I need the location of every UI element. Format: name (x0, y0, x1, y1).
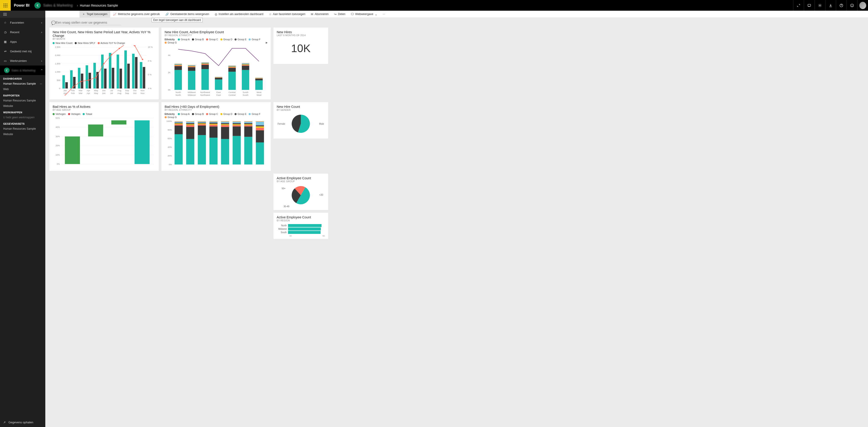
more-icon[interactable]: ··· (40, 82, 42, 85)
svg-rect-223 (256, 142, 264, 164)
sidebar: ☆ Favorieten › ◷ Recent › ▦ Apps ⇌ Gedee… (0, 11, 45, 427)
svg-rect-27 (62, 75, 65, 89)
sidebar-link[interactable]: Human Resources Sample (0, 98, 45, 103)
download-icon[interactable] (825, 0, 836, 11)
sidebar-link[interactable]: Web (0, 87, 45, 92)
svg-text:South: South (243, 91, 248, 94)
cmd-instellen-als-aanbevolen-dashboard[interactable]: ◎ Instellen als aanbevolen dashboard (212, 11, 266, 18)
svg-point-0 (3, 3, 4, 4)
tile-new-hire-gender[interactable]: New Hire Count BY GENDER Female Male (274, 102, 328, 138)
workspace-icon[interactable]: € (34, 2, 41, 9)
svg-rect-59 (124, 51, 127, 89)
cmd-aan-favorieten-toevoegen[interactable]: ☆ Aan favorieten toevoegen (266, 11, 308, 18)
sidebar-link[interactable]: Website (0, 131, 45, 137)
svg-rect-228 (256, 122, 264, 125)
svg-rect-183 (186, 125, 194, 127)
svg-text:80%: 80% (167, 129, 172, 131)
svg-rect-166 (111, 120, 126, 125)
tile-active-region[interactable]: Active Employee Count BY REGION NorthMid… (274, 213, 328, 239)
svg-rect-67 (140, 62, 142, 89)
cmd-metrische-gegevens-over-gebruik[interactable]: 📈 Metrische gegevens over gebruik (110, 11, 162, 18)
sidebar-item-apps[interactable]: ▦ Apps (0, 37, 45, 46)
svg-rect-99 (188, 67, 195, 71)
svg-rect-186 (186, 122, 194, 123)
settings-icon[interactable] (814, 0, 825, 11)
svg-rect-167 (134, 120, 150, 164)
tile-bad-hires-pct[interactable]: Bad Hires as % of Actives BY AGE GROUP V… (50, 102, 159, 171)
svg-rect-92 (175, 65, 182, 65)
help-icon[interactable] (836, 0, 846, 11)
featured-icon: ◎ (215, 12, 217, 16)
avatar[interactable] (857, 0, 868, 11)
app-launcher-button[interactable] (0, 0, 11, 11)
svg-rect-117 (215, 78, 222, 79)
svg-text:100%: 100% (166, 120, 172, 122)
svg-text:Oct: Oct (133, 92, 136, 94)
cmd-label: Abonneren (315, 12, 329, 16)
svg-rect-213 (233, 123, 241, 125)
get-data-button[interactable]: ↗ Gegevens ophalen (0, 418, 45, 427)
svg-point-76 (72, 87, 73, 88)
cmd-gerelateerde-items-weergeven[interactable]: 🔗 Gerelateerde items weergeven (162, 11, 212, 18)
sidebar-link[interactable]: Website (0, 103, 45, 109)
cmd-tegel-toevoegen[interactable]: ＋ Tegel toevoegen (80, 11, 110, 18)
svg-rect-31 (70, 70, 73, 89)
svg-text:Mar: Mar (79, 89, 83, 92)
svg-rect-139 (242, 63, 249, 64)
svg-rect-112 (202, 63, 209, 63)
svg-text:Feb: Feb (71, 89, 75, 92)
tile-active-age[interactable]: Active Employee Count BY AGE GROUP <30 3… (274, 173, 328, 210)
svg-rect-182 (186, 127, 194, 139)
svg-point-77 (80, 81, 81, 83)
scroll-right-icon[interactable]: ▶ (266, 41, 268, 44)
notifications-icon[interactable] (804, 0, 814, 11)
svg-text:10%: 10% (56, 154, 60, 156)
svg-rect-140 (242, 63, 249, 63)
svg-point-6 (3, 7, 4, 7)
sidebar-link[interactable]: Human Resources Sample··· (0, 81, 45, 87)
sidebar-workspace-current[interactable]: €Sales & Marketing ⌃ (0, 66, 45, 75)
svg-text:Northwest: Northwest (200, 91, 210, 94)
workspace-name-blurred[interactable]: Sales & Marketing (41, 3, 75, 7)
svg-rect-94 (175, 64, 182, 65)
sidebar-item-recent[interactable]: ◷ Recent › (0, 27, 45, 37)
tile-kpi-new-hires[interactable]: New Hires LAST 6 MONTHS OF 2014 10K (274, 28, 328, 64)
hbar-row: North (277, 224, 325, 227)
svg-rect-210 (233, 127, 241, 136)
svg-rect-179 (175, 122, 183, 123)
svg-rect-211 (233, 125, 241, 127)
feedback-icon[interactable] (846, 0, 857, 11)
sidebar-item-gedeeld-met-mij[interactable]: ⇌ Gedeeld met mij (0, 46, 45, 56)
svg-point-3 (3, 5, 4, 6)
svg-rect-196 (210, 127, 218, 138)
svg-rect-194 (198, 121, 206, 122)
svg-rect-130 (228, 66, 236, 66)
svg-text:Jan: Jan (63, 89, 67, 92)
sidebar-item-werkruimten[interactable]: ▭ Werkruimten › (0, 56, 45, 66)
sidebar-item-label: Favorieten (10, 21, 24, 24)
fullscreen-icon[interactable] (793, 0, 804, 11)
svg-rect-206 (221, 123, 229, 125)
cmd-webweergave[interactable]: 🖵 Webweergave ⌄ (348, 11, 380, 18)
more-options-button[interactable]: ··· (380, 11, 388, 18)
topbar: Power BI € Sales & Marketing › Human Res… (0, 0, 868, 11)
tile-bad-hires-region[interactable]: Bad Hires (<60 Days of Employment) BY RE… (161, 102, 271, 171)
svg-rect-60 (127, 64, 130, 89)
sidebar-link[interactable]: Human Resources Sample (0, 126, 45, 131)
sidebar-toggle[interactable] (0, 11, 45, 18)
svg-rect-63 (132, 54, 134, 89)
svg-point-2 (7, 3, 7, 4)
sidebar-item-favorieten[interactable]: ☆ Favorieten › (0, 18, 45, 27)
tile-new-hire-by-month[interactable]: New Hire Count, New Hires Same Period La… (50, 28, 159, 99)
svg-point-8 (7, 7, 7, 7)
svg-text:West: West (257, 94, 261, 96)
cmd-abonneren[interactable]: ✉ Abonneren (308, 11, 331, 18)
svg-rect-129 (228, 66, 236, 67)
svg-rect-95 (175, 63, 182, 64)
svg-text:500: 500 (57, 79, 60, 81)
tile-new-hire-by-region[interactable]: New Hire Count, Active Employee Count BY… (161, 28, 271, 99)
cmd-delen[interactable]: ↪ Delen (331, 11, 348, 18)
svg-point-7 (5, 7, 6, 7)
svg-text:Apr: Apr (87, 92, 90, 94)
qna-input[interactable] (51, 20, 121, 25)
